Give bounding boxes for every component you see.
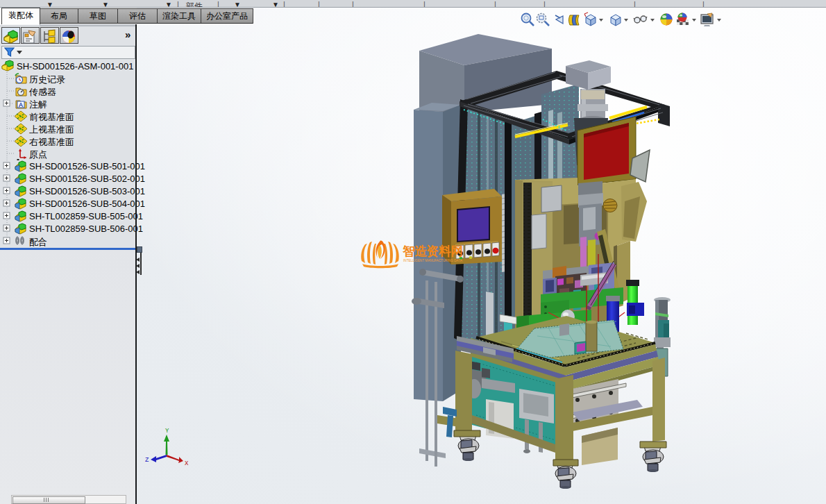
svg-text:A: A — [19, 101, 24, 108]
svg-text:X: X — [185, 460, 189, 467]
svg-text:智造资料网: 智造资料网 — [402, 244, 463, 258]
svg-text:INTELLIGENT MANUFACTURING DATA: INTELLIGENT MANUFACTURING DATA — [403, 258, 462, 262]
svg-text:Z: Z — [145, 457, 149, 464]
svg-text:Y: Y — [165, 428, 169, 435]
